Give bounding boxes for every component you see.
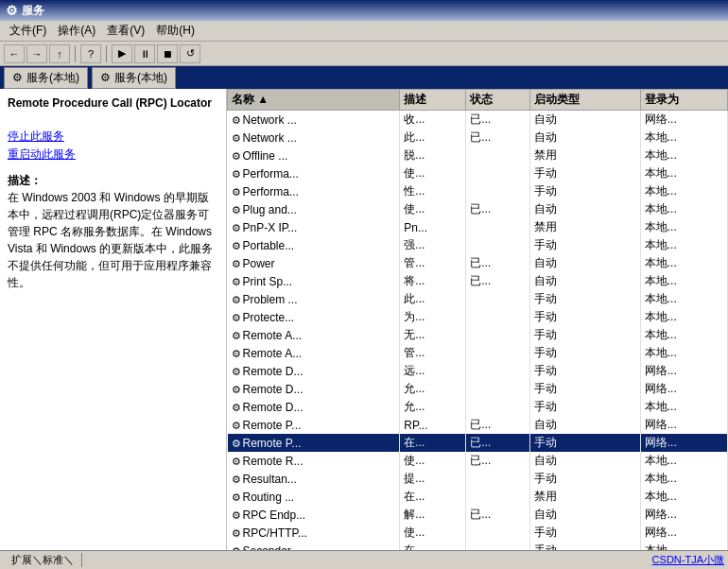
table-row[interactable]: ⚙RPC Endp...解...已...自动网络... xyxy=(228,506,728,524)
cell-desc: 使... xyxy=(400,524,466,542)
cell-startup: 自动 xyxy=(529,254,640,272)
toolbar-help[interactable]: ? xyxy=(80,44,101,63)
toolbar-back[interactable]: ← xyxy=(4,44,25,63)
cell-status: 已... xyxy=(466,452,530,470)
cell-login: 本地... xyxy=(640,200,727,218)
cell-startup: 手动 xyxy=(529,308,640,326)
cell-name: ⚙Performa... xyxy=(228,164,400,182)
cell-login: 本地... xyxy=(640,344,727,362)
cell-login: 本地... xyxy=(640,308,727,326)
cell-startup: 手动 xyxy=(529,236,640,254)
cell-desc: 将... xyxy=(400,272,466,290)
cell-startup: 自动 xyxy=(529,200,640,218)
cell-login: 本地... xyxy=(640,182,727,200)
col-header-desc[interactable]: 描述 xyxy=(400,90,466,111)
table-row[interactable]: ⚙Secondar...在...手动本地... xyxy=(228,542,728,550)
cell-name: ⚙Remote R... xyxy=(228,452,400,470)
toolbar-pause[interactable]: ⏸ xyxy=(134,44,155,63)
table-row[interactable]: ⚙Remote A...无...手动本地... xyxy=(228,326,728,344)
app-icon: ⚙ xyxy=(6,3,18,18)
table-row[interactable]: ⚙Routing ...在...禁用本地... xyxy=(228,488,728,506)
table-row[interactable]: ⚙Print Sp...将...已...自动本地... xyxy=(228,272,728,290)
table-row[interactable]: ⚙PnP-X IP...Pn...禁用本地... xyxy=(228,218,728,236)
table-row[interactable]: ⚙Remote R...使...已...自动本地... xyxy=(228,452,728,470)
title-bar: ⚙ 服务 xyxy=(0,0,728,21)
restart-service-link[interactable]: 重启动此服务 xyxy=(8,147,218,163)
table-row[interactable]: ⚙Resultan...提...手动本地... xyxy=(228,470,728,488)
tab-local-services-2[interactable]: ⚙ 服务(本地) xyxy=(92,67,176,89)
table-row[interactable]: ⚙RPC/HTTP...使...手动网络... xyxy=(228,524,728,542)
table-row[interactable]: ⚙Network ...此...已...自动本地... xyxy=(228,129,728,147)
col-header-startup[interactable]: 启动类型 xyxy=(529,90,640,111)
table-row[interactable]: ⚙Remote A...管...手动本地... xyxy=(228,344,728,362)
cell-startup: 手动 xyxy=(529,398,640,416)
cell-login: 网络... xyxy=(640,362,727,380)
table-row[interactable]: ⚙Remote P...RP...已...自动网络... xyxy=(228,416,728,434)
cell-startup: 自动 xyxy=(529,452,640,470)
col-header-status[interactable]: 状态 xyxy=(466,90,530,111)
col-header-name[interactable]: 名称 ▲ xyxy=(228,90,400,111)
status-right-link: CSDN-TJA小微 xyxy=(652,553,724,567)
cell-status: 已... xyxy=(466,434,530,452)
stop-service-link[interactable]: 停止此服务 xyxy=(8,129,218,145)
cell-status: 已... xyxy=(466,200,530,218)
cell-startup: 手动 xyxy=(529,326,640,344)
toolbar-up[interactable]: ↑ xyxy=(49,44,70,63)
cell-desc: 解... xyxy=(400,506,466,524)
status-bar: 扩展＼标准＼ CSDN-TJA小微 xyxy=(0,550,728,569)
cell-name: ⚙Offline ... xyxy=(228,147,400,164)
toolbar-restart[interactable]: ↺ xyxy=(180,44,200,63)
menu-view[interactable]: 查看(V) xyxy=(101,21,150,41)
table-row[interactable]: ⚙Performa...使...手动本地... xyxy=(228,164,728,182)
cell-login: 本地... xyxy=(640,272,727,290)
services-icon-1: ⚙ xyxy=(12,71,23,84)
cell-desc: 在... xyxy=(400,434,466,452)
status-view-mode[interactable]: 扩展＼标准＼ xyxy=(4,553,82,567)
cell-status xyxy=(466,524,530,542)
table-row[interactable]: ⚙Remote P...在...已...手动网络... xyxy=(228,434,728,452)
table-row[interactable]: ⚙Plug and...使...已...自动本地... xyxy=(228,200,728,218)
window-title: 服务 xyxy=(22,3,44,19)
menu-file[interactable]: 文件(F) xyxy=(4,21,52,41)
cell-name: ⚙Power xyxy=(228,254,400,272)
table-row[interactable]: ⚙Remote D...远...手动网络... xyxy=(228,362,728,380)
table-row[interactable]: ⚙Remote D...允...手动网络... xyxy=(228,380,728,398)
table-row[interactable]: ⚙Performa...性...手动本地... xyxy=(228,182,728,200)
cell-name: ⚙Print Sp... xyxy=(228,272,400,290)
toolbar-stop[interactable]: ⏹ xyxy=(157,44,178,63)
table-row[interactable]: ⚙Network ...收...已...自动网络... xyxy=(228,111,728,129)
cell-login: 本地... xyxy=(640,218,727,236)
toolbar-forward[interactable]: → xyxy=(26,44,47,63)
table-row[interactable]: ⚙Problem ...此...手动本地... xyxy=(228,290,728,308)
cell-login: 本地... xyxy=(640,129,727,147)
cell-login: 本地... xyxy=(640,398,727,416)
cell-name: ⚙Plug and... xyxy=(228,200,400,218)
cell-name: ⚙Remote P... xyxy=(228,434,400,452)
cell-login: 本地... xyxy=(640,290,727,308)
cell-desc: Pn... xyxy=(400,218,466,236)
table-row[interactable]: ⚙Power管...已...自动本地... xyxy=(228,254,728,272)
table-row[interactable]: ⚙Offline ...脱...禁用本地... xyxy=(228,147,728,164)
tab-local-services-1[interactable]: ⚙ 服务(本地) xyxy=(4,67,88,89)
cell-name: ⚙PnP-X IP... xyxy=(228,218,400,236)
table-row[interactable]: ⚙Remote D...允...手动本地... xyxy=(228,398,728,416)
col-header-login[interactable]: 登录为 xyxy=(640,90,727,111)
cell-status xyxy=(466,236,530,254)
toolbar-play[interactable]: ▶ xyxy=(112,44,132,63)
cell-login: 本地... xyxy=(640,488,727,506)
services-table-panel[interactable]: 名称 ▲ 描述 状态 启动类型 登录为 ⚙Network ...收...已...… xyxy=(227,89,728,550)
cell-name: ⚙Remote A... xyxy=(228,344,400,362)
menu-help[interactable]: 帮助(H) xyxy=(150,21,200,41)
menu-action[interactable]: 操作(A) xyxy=(52,21,101,41)
tab-bar: ⚙ 服务(本地) ⚙ 服务(本地) xyxy=(0,66,728,89)
table-row[interactable]: ⚙Protecte...为...手动本地... xyxy=(228,308,728,326)
service-title: Remote Procedure Call (RPC) Locator xyxy=(8,96,218,110)
table-row[interactable]: ⚙Portable...强...手动本地... xyxy=(228,236,728,254)
cell-status: 已... xyxy=(466,254,530,272)
services-icon-2: ⚙ xyxy=(100,71,111,84)
description-text: 在 Windows 2003 和 Windows 的早期版本中，远程过程调用(R… xyxy=(8,191,213,289)
cell-name: ⚙RPC/HTTP... xyxy=(228,524,400,542)
cell-startup: 自动 xyxy=(529,506,640,524)
cell-desc: 允... xyxy=(400,380,466,398)
cell-login: 网络... xyxy=(640,111,727,129)
